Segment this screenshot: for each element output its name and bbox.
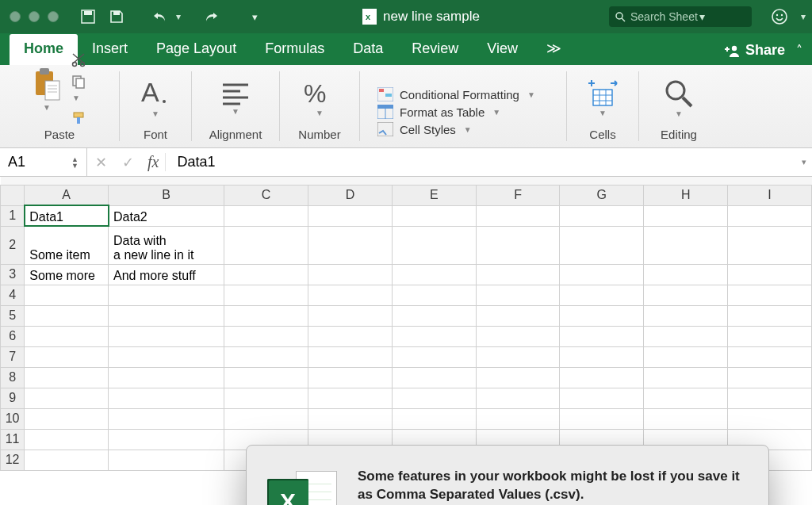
cell-D2[interactable] [308,226,393,264]
cell-G5[interactable] [560,305,644,326]
cell-C10[interactable] [224,408,308,429]
cell-styles-button[interactable]: Cell Styles▼ [377,122,535,136]
cell-B3[interactable]: And more stuff [109,264,224,285]
cell-C3[interactable] [224,264,308,285]
cell-G1[interactable] [560,205,644,226]
row-header-9[interactable]: 9 [1,388,25,408]
conditional-formatting-button[interactable]: Conditional Formatting▼ [377,87,535,101]
cell-C1[interactable] [224,205,308,226]
cell-H3[interactable] [644,264,728,285]
cell-H7[interactable] [644,346,728,367]
cell-B5[interactable] [109,305,224,326]
cell-F7[interactable] [476,346,560,367]
worksheet-grid[interactable]: ABCDEFGHI 1Data1Data22Some itemData with… [0,177,812,505]
cell-A4[interactable] [25,285,109,305]
editing-launcher-button[interactable]: ▼ [663,78,695,118]
cell-G4[interactable] [560,285,644,305]
tab-review[interactable]: Review [397,34,473,65]
feedback-smiley-icon[interactable] [768,5,791,29]
row-header-11[interactable]: 11 [1,429,25,450]
row-header-8[interactable]: 8 [1,367,25,388]
cells-launcher-button[interactable]: ▼ [584,78,622,117]
cell-I2[interactable] [728,226,812,264]
column-header-A[interactable]: A [25,185,109,205]
cell-E2[interactable] [392,226,476,264]
undo-dropdown-icon[interactable]: ▾ [176,11,181,22]
cell-I6[interactable] [728,326,812,346]
cell-G8[interactable] [560,367,644,388]
cell-E9[interactable] [392,388,476,408]
select-all-corner[interactable] [1,185,25,205]
cell-D5[interactable] [308,305,393,326]
cell-D4[interactable] [308,285,393,305]
tab-page-layout[interactable]: Page Layout [142,34,251,65]
feedback-dropdown-icon[interactable]: ▾ [801,11,806,22]
cell-H2[interactable] [644,226,728,264]
cell-A10[interactable] [25,408,109,429]
cell-A6[interactable] [25,326,109,346]
undo-icon[interactable] [147,5,171,29]
cell-E6[interactable] [392,326,476,346]
save-icon[interactable] [105,5,128,29]
column-header-H[interactable]: H [644,185,728,205]
cell-F6[interactable] [476,326,560,346]
cell-B8[interactable] [109,367,224,388]
column-header-F[interactable]: F [476,185,560,205]
row-header-6[interactable]: 6 [1,326,25,346]
zoom-window-icon[interactable] [48,11,59,22]
row-header-4[interactable]: 4 [1,285,25,305]
cell-G10[interactable] [560,408,644,429]
cell-B2[interactable]: Data with a new line in it [109,226,224,264]
cell-F3[interactable] [476,264,560,285]
autosave-icon[interactable] [76,5,100,29]
cell-E10[interactable] [392,408,476,429]
search-dropdown-icon[interactable]: ▾ [699,10,705,23]
cell-D7[interactable] [308,346,393,367]
minimize-window-icon[interactable] [29,11,40,22]
cell-B1[interactable]: Data2 [109,205,224,226]
cell-E8[interactable] [392,367,476,388]
column-header-C[interactable]: C [224,185,308,205]
cut-icon[interactable] [71,52,88,67]
cell-I10[interactable] [728,408,812,429]
column-header-I[interactable]: I [728,185,812,205]
cell-A11[interactable] [25,429,109,450]
close-window-icon[interactable] [10,11,21,22]
cell-C9[interactable] [224,388,308,408]
number-launcher-button[interactable]: % ▼ [302,78,337,117]
cell-H9[interactable] [644,388,728,408]
formula-input[interactable] [174,154,796,170]
cell-D8[interactable] [308,367,393,388]
redo-icon[interactable] [200,5,224,29]
cell-G6[interactable] [560,326,644,346]
cell-I3[interactable] [728,264,812,285]
cell-H6[interactable] [644,326,728,346]
cell-D9[interactable] [308,388,393,408]
cell-F8[interactable] [476,367,560,388]
cell-G7[interactable] [560,346,644,367]
row-header-1[interactable]: 1 [1,205,25,226]
alignment-launcher-button[interactable]: ▼ [220,80,251,116]
column-header-B[interactable]: B [109,185,224,205]
cell-C6[interactable] [224,326,308,346]
cell-A2[interactable]: Some item [25,226,109,264]
cancel-formula-icon[interactable]: ✕ [87,154,114,171]
tab-data[interactable]: Data [339,34,397,65]
tab-formulas[interactable]: Formulas [251,34,339,65]
name-box[interactable]: A1 ▲▼ [0,148,87,176]
cell-B11[interactable] [109,429,224,450]
row-header-7[interactable]: 7 [1,346,25,367]
cell-D6[interactable] [308,326,393,346]
name-box-stepper-icon[interactable]: ▲▼ [71,156,79,169]
cell-C7[interactable] [224,346,308,367]
cell-F5[interactable] [476,305,560,326]
cell-G9[interactable] [560,388,644,408]
tab-view[interactable]: View [473,34,532,65]
cell-I9[interactable] [728,388,812,408]
cell-A1[interactable]: Data1 [25,205,109,226]
cell-B4[interactable] [109,285,224,305]
enter-formula-icon[interactable]: ✓ [114,154,141,171]
cell-A9[interactable] [25,388,109,408]
column-header-D[interactable]: D [308,185,393,205]
copy-icon[interactable]: ▼ [71,74,88,104]
